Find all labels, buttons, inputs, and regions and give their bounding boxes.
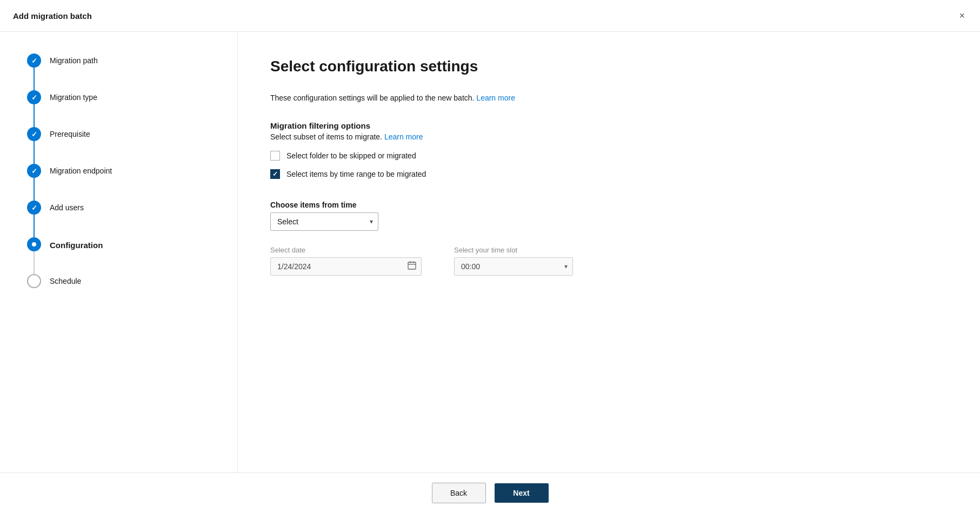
dialog-title: Add migration batch: [13, 11, 92, 21]
checkbox-time-range-label: Select items by time range to be migrate…: [286, 170, 426, 178]
description-text: These configuration settings will be app…: [270, 92, 948, 104]
filtering-section: Migration filtering options Select subse…: [270, 121, 948, 188]
date-time-row: Select date Select your time slot: [270, 246, 948, 276]
step-circle-prerequisite: ✓: [27, 127, 41, 141]
date-input-wrapper: [270, 257, 422, 276]
sidebar-stepper: ✓ Migration path ✓ Migration type: [0, 32, 238, 472]
sidebar-item-prerequisite: Prerequisite: [50, 127, 90, 140]
checkbox-skip-folder-box[interactable]: [270, 151, 280, 161]
time-field-label: Select your time slot: [454, 246, 573, 254]
checkbox-skip-folder-label: Select folder to be skipped or migrated: [286, 151, 416, 160]
step-item-migration-endpoint: ✓ Migration endpoint: [27, 164, 216, 201]
step-circle-configuration: [27, 237, 41, 251]
sidebar-item-migration-path: Migration path: [50, 54, 98, 66]
step-item-configuration: Configuration: [27, 237, 216, 274]
sidebar-item-configuration: Configuration: [50, 237, 103, 251]
time-select[interactable]: 00:00 01:00 02:00 03:00: [454, 257, 573, 276]
checkbox-time-range-box[interactable]: [270, 169, 280, 179]
step-line-4: [34, 178, 35, 201]
step-item-schedule: Schedule: [27, 274, 216, 288]
step-line-6: [34, 251, 35, 274]
choose-items-label: Choose items from time: [270, 201, 465, 209]
step-circle-migration-type: ✓: [27, 90, 41, 104]
back-button[interactable]: Back: [432, 483, 486, 503]
filtering-learn-more-link[interactable]: Learn more: [384, 132, 423, 141]
choose-items-select[interactable]: Select All time Custom range: [270, 212, 378, 231]
step-line-3: [34, 141, 35, 164]
step-circle-schedule: [27, 274, 41, 288]
date-field-label: Select date: [270, 246, 422, 254]
sidebar-item-migration-endpoint: Migration endpoint: [50, 164, 112, 177]
checkbox-time-range[interactable]: Select items by time range to be migrate…: [270, 169, 948, 179]
step-item-migration-path: ✓ Migration path: [27, 54, 216, 90]
close-button[interactable]: ×: [957, 9, 967, 23]
time-select-wrapper: 00:00 01:00 02:00 03:00 ▾: [454, 257, 573, 276]
date-input[interactable]: [270, 257, 422, 276]
step-circle-add-users: ✓: [27, 201, 41, 215]
footer: Back Next: [0, 472, 980, 513]
time-field-group: Select your time slot 00:00 01:00 02:00 …: [454, 246, 573, 276]
step-line-5: [34, 215, 35, 237]
step-item-migration-type: ✓ Migration type: [27, 90, 216, 127]
step-line-2: [34, 104, 35, 127]
checkbox-skip-folder[interactable]: Select folder to be skipped or migrated: [270, 151, 948, 161]
step-circle-migration-path: ✓: [27, 54, 41, 68]
filtering-section-title: Migration filtering options: [270, 121, 948, 130]
page-title: Select configuration settings: [270, 58, 948, 75]
next-button[interactable]: Next: [495, 483, 549, 503]
sidebar-item-add-users: Add users: [50, 201, 84, 214]
step-item-prerequisite: ✓ Prerequisite: [27, 127, 216, 164]
step-circle-migration-endpoint: ✓: [27, 164, 41, 178]
filtering-section-subtitle: Select subset of items to migrate. Learn…: [270, 132, 948, 141]
step-item-add-users: ✓ Add users: [27, 201, 216, 237]
description-learn-more-link[interactable]: Learn more: [476, 94, 515, 102]
date-field-group: Select date: [270, 246, 422, 276]
step-list: ✓ Migration path ✓ Migration type: [27, 54, 216, 288]
title-bar: Add migration batch ×: [0, 0, 980, 32]
choose-items-select-wrapper: Select All time Custom range ▾: [270, 212, 378, 231]
step-line-1: [34, 68, 35, 90]
content-area: Select configuration settings These conf…: [238, 32, 980, 472]
sidebar-item-migration-type: Migration type: [50, 90, 97, 103]
choose-items-form-group: Choose items from time Select All time C…: [270, 201, 465, 231]
main-content: ✓ Migration path ✓ Migration type: [0, 32, 980, 472]
sidebar-item-schedule: Schedule: [50, 274, 81, 287]
